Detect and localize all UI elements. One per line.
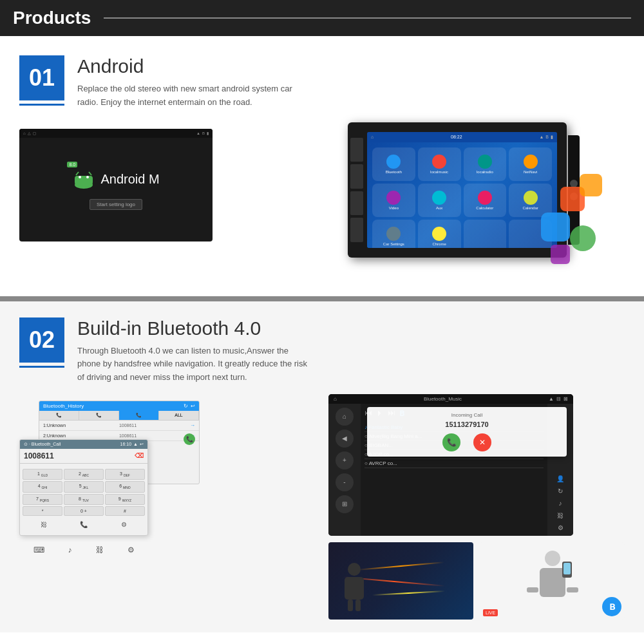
call-decline-button[interactable]: ✕ [473,433,491,451]
bt-contact-2-num: 1008611 [119,433,137,438]
key-0[interactable]: 0 + [64,506,104,516]
bt-tab-phone[interactable]: 📞 [39,411,79,420]
call-accept-button[interactable]: 📞 [442,433,460,451]
key-4[interactable]: 4 GHI [23,481,62,492]
svg-point-3 [86,176,89,178]
topbar-menu-icon: ◻ [33,131,36,135]
call-accept-icon[interactable]: 📞 [184,433,195,445]
svg-rect-13 [564,563,571,574]
app-aux[interactable]: Aux [418,184,461,217]
section2-description: Through Bluetooth 4.0 we can listen to m… [77,345,309,384]
app-bluetooth[interactable]: Bluetooth [372,147,415,181]
bt-screens-container: Bluetooth_History ↻ ↩ 📞 📞 📞 ALL 1:Unkno [19,401,206,542]
key-6[interactable]: 6 MNO [105,481,145,492]
bt-call-icon-link: ⛓ [41,521,47,528]
section-divider [0,296,644,301]
app-video[interactable]: Video [372,184,415,217]
android-screen-container: ⌂ △ ◻ ▲ B ▮ [19,116,316,283]
bt-music-topbar-icons: ▲ ⊟ ⊠ [549,396,568,402]
bt-call-icon-phone[interactable]: 📞 [80,521,88,528]
bt-close-icon[interactable]: ↩ [191,403,195,409]
radio-btn-4[interactable] [350,218,363,242]
incoming-call-label: Incoming Call [372,412,562,418]
radio-btn-3[interactable] [350,191,363,216]
key-1[interactable]: 1 GLD [23,469,62,480]
key-star[interactable]: * [23,506,62,516]
app-calculator[interactable]: Calculator [464,184,507,217]
header-divider [104,17,631,19]
section1-header: 01 Android Replace the old stereo with n… [19,55,625,109]
key-2[interactable]: 2 ABC [64,469,104,480]
header: Products [0,0,644,36]
bt-bottom-gear-icon[interactable]: ⚙ [128,545,135,554]
bt-right-panel: ⌂ Bluetooth_Music ▲ ⊟ ⊠ ⌂ ◀ + - ⊞ [328,394,625,620]
bt-call-label: ⊙ · Bluetooth_Call [24,442,61,447]
call-number: 1008611 [24,451,54,460]
android-screen: ⌂ △ ◻ ▲ B ▮ [19,129,213,242]
bt-bottom-music-icon[interactable]: ♪ [68,545,72,554]
topbar-home-icon: ⌂ [23,131,26,135]
bt-history-tabs: 📞 📞 📞 ALL [39,411,199,421]
key-7[interactable]: 7 PQRS [23,494,62,505]
svg-rect-15 [567,587,578,592]
bt-tab-all[interactable]: ALL [159,411,199,420]
flying-apps [535,174,612,277]
app-localradio[interactable]: localradio [464,147,507,181]
radio-btn-1[interactable] [350,138,363,162]
app-chrome[interactable]: Chrome [418,220,461,248]
app-car-settings[interactable]: Car Settings [372,220,415,248]
svg-point-10 [545,551,560,566]
bt-nav-grid[interactable]: ⊞ [336,495,354,513]
svg-point-2 [79,176,81,178]
svg-rect-8 [348,600,353,611]
bt-tab-missed[interactable]: 📞 [119,411,159,420]
bt-right-music-icon[interactable]: ♪ [559,500,562,507]
bt-refresh-icon[interactable]: ↻ [184,403,188,409]
key-3[interactable]: 3 DEF [105,469,145,480]
bt-phone-screens: Bluetooth_History ↻ ↩ 📞 📞 📞 ALL 1:Unkno [19,394,316,620]
key-9[interactable]: 9 WXYZ [105,494,145,505]
section-android: 01 Android Replace the old stereo with n… [0,36,644,296]
driving-scene-image [328,542,473,620]
section1-title-block: Android Replace the old stereo with new … [77,55,625,109]
flying-icon-purple [551,245,570,264]
section1-description: Replace the old stereo with new smart an… [77,82,309,109]
bt-nav-vol-down[interactable]: - [336,473,354,491]
number-display: 1008611 ⌫ [20,449,147,464]
key-5[interactable]: 5 JKL [64,481,104,492]
bt-row-1-arrow[interactable]: → [190,422,195,428]
bt-nav-vol-up[interactable]: + [336,451,354,469]
bt-bottom-keyboard-icon[interactable]: ⌨ [33,545,44,554]
bt-badge: ʙ [602,597,621,616]
bt-nav-back[interactable]: ◀ [336,430,354,448]
android-content: 8.0 Android M Start setting logo [72,160,159,210]
app-localmusic[interactable]: localmusic [418,147,461,181]
svg-line-5 [89,172,91,175]
svg-rect-1 [75,176,93,185]
backspace-button[interactable]: ⌫ [135,452,144,459]
car-radio-screen: ⌂ 08:22 ▲ B ▮ Bluetooth localmusic local [367,132,557,248]
key-8[interactable]: 8 TUV [64,494,104,505]
bt-music-title-label: Bluetooth_Music [424,396,462,402]
screen-topbar: ⌂ 08:22 ▲ B ▮ [367,132,557,142]
bt-tab-dial[interactable]: 📞 [79,411,119,420]
bt-track-5-icon: ○ [365,460,368,466]
svg-line-4 [76,172,79,175]
android-start-btn[interactable]: Start setting logo [90,199,142,210]
bt-history-header: Bluetooth_History ↻ ↩ [39,401,199,411]
key-hash[interactable]: # [105,506,145,516]
bt-right-gear-icon[interactable]: ⚙ [558,524,564,531]
section2-header: 02 Build-in Bluetooth 4.0 Through Blueto… [19,317,625,384]
bt-nav-home[interactable]: ⌂ [336,408,354,426]
bt-right-refresh-icon[interactable]: ↻ [558,488,563,495]
svg-rect-11 [540,568,565,597]
bt-right-person-icon[interactable]: 👤 [556,475,564,482]
radio-btn-2[interactable] [350,164,363,189]
bt-call-icon-gear[interactable]: ⚙ [121,521,127,528]
section1-number: 01 [19,55,64,100]
android-topbar: ⌂ △ ◻ ▲ B ▮ [19,129,213,138]
bt-call-bottom: ⛓ 📞 ⚙ [20,518,147,531]
person-silhouette-icon [338,562,370,613]
bt-contact-1-num: 1008611 [119,423,137,428]
android-m-text: Android M [100,172,159,187]
